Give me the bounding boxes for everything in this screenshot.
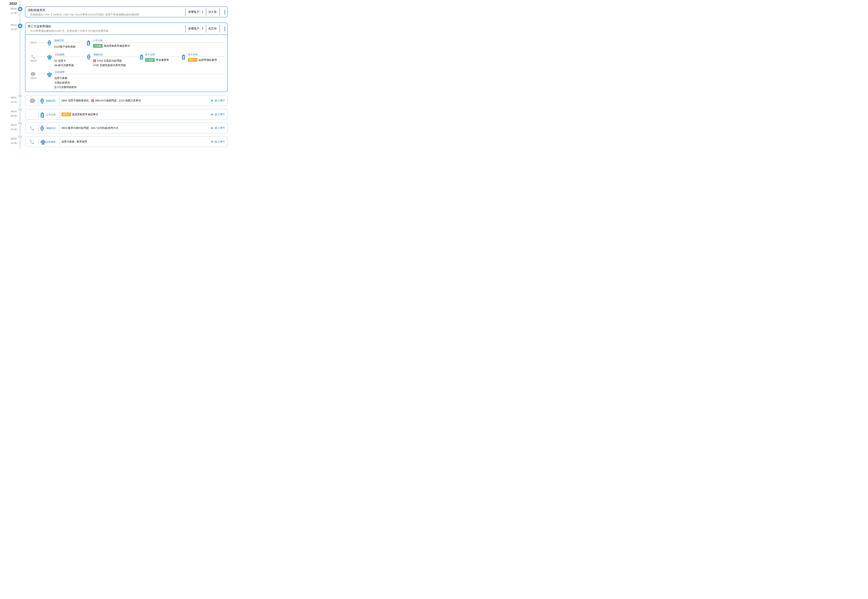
contact-card-icon bbox=[40, 126, 44, 131]
timeline-dot-icon bbox=[18, 122, 22, 125]
create-event-button[interactable]: 建立事件 bbox=[211, 113, 225, 116]
plus-icon bbox=[211, 140, 214, 143]
sub-column-content: 0703 交易及付款問題 0705 官網頁面操作異常問題 bbox=[93, 59, 126, 68]
owner-name: 吳芷玲 bbox=[206, 27, 218, 30]
timeline-dot-icon bbox=[18, 108, 22, 111]
robot-icon bbox=[46, 54, 53, 60]
sub-column-content: 0103客戶資料異動 bbox=[54, 44, 75, 49]
robot-icon bbox=[40, 139, 46, 144]
divider bbox=[185, 25, 186, 33]
plus-icon bbox=[211, 113, 214, 116]
sub-column-label: 案件待辦 bbox=[187, 53, 198, 56]
sub-timeline-rule bbox=[28, 57, 225, 57]
event-card-dispute[interactable]: 第三方盜刷爭議款 共18筆爭議款總金額24,867元 , 反應為第三方刷卡另行額… bbox=[25, 23, 228, 92]
contact-card-icon bbox=[47, 40, 52, 46]
divider bbox=[220, 25, 220, 33]
sub-timeline-rule bbox=[28, 42, 225, 43]
create-event-button[interactable]: 建立事件 bbox=[211, 126, 225, 130]
timeline-dot-icon bbox=[18, 135, 22, 138]
status-badge-processing: 處理中 bbox=[188, 58, 197, 62]
phone-icon bbox=[30, 126, 35, 131]
interaction-row-card[interactable]: 自助服務 信用卡業務 , 帳單疑問 建立事件 bbox=[25, 136, 228, 147]
clipboard-icon bbox=[139, 54, 144, 60]
timeline-rail bbox=[20, 1, 20, 149]
sub-column-content: 盜刷爭議款處理 bbox=[199, 58, 217, 62]
type-label: 接觸原因 bbox=[46, 127, 56, 130]
timeline-date: 08/28 09:00 bbox=[5, 109, 17, 118]
customer-event-timeline: 2022 09/26 12:48 09/24 14:29 09/01 10:34… bbox=[0, 0, 239, 150]
divider bbox=[206, 8, 206, 16]
angry-face-icon bbox=[91, 99, 94, 102]
status-badge-closed: 已結案 bbox=[145, 58, 155, 62]
create-event-button[interactable]: 建立事件 bbox=[211, 140, 225, 143]
timeline-date: 08/25 15:05 bbox=[5, 123, 17, 132]
divider bbox=[220, 8, 220, 16]
sub-column-content: 信用卡業務 交易紀錄查詢 近7日消費明細查詢 bbox=[54, 76, 77, 89]
sub-column-label: 自助服務 bbox=[54, 53, 65, 56]
contact-card-icon bbox=[86, 54, 91, 60]
event-description: 共18筆爭議款總金額24,867元 , 反應為第三方刷卡另行額外收費爭議 bbox=[30, 29, 108, 33]
sub-date: 09/24 bbox=[26, 41, 42, 44]
divider bbox=[206, 25, 206, 33]
type-label: 接觸原因 bbox=[46, 99, 56, 102]
create-event-button[interactable]: 建立事件 bbox=[211, 99, 225, 102]
plus-icon bbox=[211, 99, 214, 102]
status-badge-closed: 已結案 bbox=[93, 44, 102, 48]
timeline-date: 08/25 14:56 bbox=[5, 137, 17, 145]
sub-timeline-rule bbox=[28, 74, 225, 74]
impact-customers-count: 影響客戶 : 2 bbox=[187, 27, 205, 30]
sub-column-label: 客戶交辦 bbox=[144, 53, 155, 56]
row-content: 處理中 個資異動異常確認事項 bbox=[62, 113, 98, 116]
owner-name: 洪大英 bbox=[206, 10, 218, 14]
sub-date: 09/19 bbox=[26, 77, 42, 80]
row-content: 0904 信用卡補換發資訊 , 0901分行服務問題 , 1214 換匯注意事項 bbox=[62, 99, 141, 102]
interaction-row-card[interactable]: 公司任務 處理中 個資異動異常確認事項 建立事件 bbox=[25, 109, 228, 120]
divider bbox=[38, 111, 39, 118]
divider bbox=[59, 125, 60, 132]
event-title: 活動登錄異常 bbox=[28, 8, 45, 12]
sub-column-label: 接觸原因 bbox=[93, 53, 104, 56]
star-icon bbox=[18, 24, 23, 28]
sub-date: 09/20 bbox=[26, 59, 42, 62]
event-card-activity-registration[interactable]: 活動登錄異常 登錄檔期AZ1834【 Netflix】LINE Pay Visa… bbox=[25, 6, 228, 17]
sub-column-label: 自助服務 bbox=[54, 71, 65, 74]
divider bbox=[185, 8, 186, 16]
event-description: 登錄檔期AZ1834【 Netflix】LINE Pay Visa卡專享10%(… bbox=[30, 13, 139, 16]
sub-column-content: 個資異動異常確認事項 bbox=[104, 44, 130, 48]
sub-column-content: 寄送優惠券 bbox=[156, 58, 169, 62]
kebab-menu-icon[interactable] bbox=[223, 10, 226, 16]
timeline-date: 09/26 12:48 bbox=[5, 7, 17, 15]
interaction-row-card[interactable]: 接觸原因 0904 信用卡補換發資訊 , 0901分行服務問題 , 1214 換… bbox=[25, 95, 228, 106]
type-label: 公司任務 bbox=[46, 113, 56, 116]
phone-icon bbox=[30, 54, 36, 59]
chat-bubble-icon bbox=[30, 98, 35, 104]
timeline-date: 09/01 10:34 bbox=[5, 95, 17, 104]
timeline-date: 09/24 14:29 bbox=[5, 23, 17, 32]
timeline-year: 2022 bbox=[9, 2, 17, 6]
interaction-row-card[interactable]: 接觸原因 0603 帳單分期付款問題 , 0417 紅利扣點使用方式 建立事件 bbox=[25, 123, 228, 133]
row-content: 0603 帳單分期付款問題 , 0417 紅利扣點使用方式 bbox=[62, 126, 118, 130]
divider bbox=[59, 97, 60, 104]
kebab-menu-icon[interactable] bbox=[223, 26, 226, 32]
clipboard-icon bbox=[40, 112, 44, 117]
row-content: 信用卡業務 , 帳單疑問 bbox=[62, 140, 87, 143]
sub-timeline-row: 09/19 自助服務 信用卡業務 交易紀錄查詢 近7日消費明細查詢 bbox=[26, 69, 227, 92]
type-label: 自助服務 bbox=[46, 140, 56, 144]
divider bbox=[38, 138, 39, 146]
event-title: 第三方盜刷爭議款 bbox=[28, 24, 51, 28]
divider bbox=[59, 138, 60, 146]
divider bbox=[59, 111, 60, 118]
clipboard-icon bbox=[181, 54, 186, 60]
phone-icon bbox=[30, 140, 35, 144]
sub-column-content: 02-信用卡 06-刷卡消費爭議 bbox=[54, 59, 74, 68]
impact-customers-count: 影響客戶 : 1 bbox=[187, 10, 205, 14]
contact-card-icon bbox=[40, 98, 44, 104]
sub-timeline-row: 09/24 接觸原因 0103客戶資料異動 公司任務 bbox=[26, 38, 227, 51]
status-badge-processing: 處理中 bbox=[62, 113, 71, 116]
divider bbox=[38, 125, 39, 132]
angry-face-icon bbox=[93, 59, 96, 62]
star-icon bbox=[18, 7, 23, 11]
sub-timeline: 09/24 接觸原因 0103客戶資料異動 公司任務 bbox=[26, 35, 227, 92]
plus-icon bbox=[211, 127, 214, 129]
sub-column-label: 公司任務 bbox=[92, 39, 104, 42]
